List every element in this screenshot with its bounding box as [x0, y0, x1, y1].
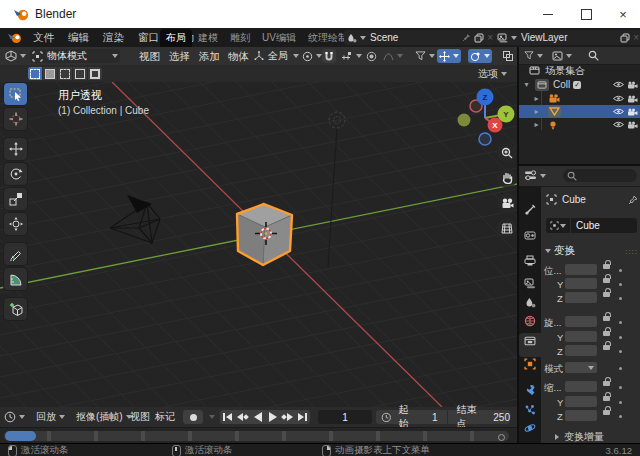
- tab-tool[interactable]: [522, 202, 538, 218]
- hide-eye-icon[interactable]: [613, 95, 624, 102]
- animate-dot[interactable]: [619, 283, 622, 286]
- pan-view-button[interactable]: [497, 168, 517, 188]
- outliner-search-button[interactable]: [588, 50, 599, 61]
- lock-icon[interactable]: [603, 316, 610, 321]
- auto-keying-button[interactable]: [183, 410, 203, 424]
- lock-icon[interactable]: [603, 381, 610, 386]
- play-reverse-button[interactable]: [250, 410, 265, 424]
- rotation-x-field[interactable]: [565, 316, 597, 327]
- timeline-strip[interactable]: [0, 427, 517, 444]
- lock-icon[interactable]: [603, 331, 610, 336]
- tab-world[interactable]: [522, 313, 538, 329]
- maximize-button[interactable]: [567, 0, 606, 28]
- tool-measure[interactable]: [4, 268, 27, 290]
- collapse-icon[interactable]: ▾: [522, 80, 531, 89]
- expand-icon[interactable]: ▸: [532, 120, 541, 129]
- animate-dot[interactable]: [619, 350, 622, 353]
- transform-panel-header[interactable]: 变换 ::::: [545, 244, 638, 258]
- playhead[interactable]: [5, 431, 36, 441]
- current-frame-field[interactable]: 1: [318, 410, 372, 424]
- tool-scale[interactable]: [4, 188, 27, 210]
- menu-render[interactable]: 渲染: [96, 28, 131, 47]
- transform-orientation-selector[interactable]: 全局: [252, 49, 301, 63]
- select-mode-extend-button[interactable]: [43, 67, 57, 80]
- tool-select-box[interactable]: [4, 83, 27, 105]
- outliner-display-mode-button[interactable]: [552, 51, 572, 61]
- snap-settings-button[interactable]: [339, 49, 364, 63]
- pin-icon[interactable]: [462, 33, 471, 42]
- render-visibility-icon[interactable]: [627, 81, 638, 89]
- timeline-menu-keying[interactable]: 抠像(插帧): [76, 407, 132, 427]
- lock-icon[interactable]: [603, 264, 610, 269]
- animate-dot[interactable]: [619, 401, 622, 404]
- menu-object[interactable]: 物体: [228, 47, 249, 65]
- animate-dot[interactable]: [619, 415, 622, 418]
- expand-icon[interactable]: ▸: [532, 94, 541, 103]
- gizmo-axis-neg-z[interactable]: [479, 133, 491, 145]
- close-button[interactable]: ×: [606, 0, 640, 28]
- select-mode-new-button[interactable]: [28, 67, 42, 80]
- jump-to-end-button[interactable]: [295, 410, 310, 424]
- tab-collection[interactable]: [522, 333, 538, 349]
- collection-checkbox[interactable]: ✓: [573, 81, 581, 89]
- visibility-filter-button[interactable]: [413, 49, 437, 63]
- location-x-field[interactable]: [565, 264, 597, 275]
- menu-add[interactable]: 添加: [199, 47, 220, 65]
- hide-eye-icon[interactable]: [613, 108, 624, 115]
- scale-y-field[interactable]: [565, 396, 597, 407]
- gizmo-axis-neg-y[interactable]: [458, 114, 471, 127]
- animate-dot[interactable]: [619, 297, 622, 300]
- snap-toggle-button[interactable]: [322, 49, 336, 63]
- outliner-row-light[interactable]: ▸: [519, 118, 640, 131]
- viewport-canvas[interactable]: 用户透视 (1) Collection | Cube: [0, 82, 517, 407]
- prev-keyframe-button[interactable]: [235, 410, 250, 424]
- hide-eye-icon[interactable]: [613, 121, 624, 128]
- toggle-ortho-button[interactable]: [497, 218, 517, 238]
- animate-dot[interactable]: [619, 367, 622, 370]
- minimize-button[interactable]: [528, 0, 567, 28]
- rotation-y-field[interactable]: [565, 331, 597, 342]
- pivot-point-button[interactable]: [300, 49, 324, 63]
- animate-dot[interactable]: [619, 386, 622, 389]
- blender-menu-logo-icon[interactable]: [7, 31, 22, 44]
- rotation-z-field[interactable]: [565, 345, 597, 356]
- show-overlays-toggle[interactable]: [468, 49, 492, 63]
- render-visibility-icon[interactable]: [627, 95, 638, 103]
- menu-file[interactable]: 文件: [26, 28, 61, 47]
- remove-view-layer-icon[interactable]: ×: [633, 32, 639, 43]
- menu-view[interactable]: 视图: [139, 47, 160, 65]
- animate-dot[interactable]: [619, 321, 622, 324]
- scale-x-field[interactable]: [565, 381, 597, 392]
- preview-range-clock-icon[interactable]: [381, 412, 392, 423]
- editor-type-button[interactable]: [3, 49, 28, 63]
- tab-scene[interactable]: [522, 294, 538, 310]
- menu-edit[interactable]: 编辑: [61, 28, 96, 47]
- lock-icon[interactable]: [603, 345, 610, 350]
- cube-object[interactable]: [237, 204, 292, 265]
- jump-to-start-button[interactable]: [220, 410, 235, 424]
- new-scene-icon[interactable]: [474, 33, 484, 43]
- select-mode-invert-button[interactable]: [73, 67, 87, 80]
- proportional-falloff-button[interactable]: [381, 49, 405, 63]
- tab-layout[interactable]: 布局: [160, 29, 192, 47]
- outliner-row-camera[interactable]: ▸: [519, 92, 640, 105]
- camera-object[interactable]: [110, 195, 160, 243]
- end-value[interactable]: 250: [493, 412, 510, 423]
- show-gizmo-toggle[interactable]: [437, 49, 461, 63]
- tab-output[interactable]: [522, 252, 538, 268]
- navigation-gizmo[interactable]: Z Y X: [452, 84, 516, 146]
- timeline-menu-markers[interactable]: 标记: [155, 407, 175, 427]
- render-visibility-icon[interactable]: [627, 108, 638, 116]
- tab-object[interactable]: [522, 356, 538, 372]
- tab-modeling[interactable]: 建模: [192, 29, 224, 47]
- tab-uv-editing[interactable]: UV编辑: [256, 29, 302, 47]
- properties-search-field[interactable]: [563, 169, 637, 182]
- hide-eye-icon[interactable]: [613, 81, 624, 88]
- tool-transform[interactable]: [4, 213, 27, 235]
- lock-icon[interactable]: [603, 410, 610, 415]
- start-value[interactable]: 1: [432, 412, 438, 423]
- unlink-scene-icon[interactable]: ×: [487, 32, 493, 43]
- outliner-row-scene-collection[interactable]: 场景集合: [519, 64, 640, 77]
- scene-selector[interactable]: Scene ×: [344, 30, 496, 45]
- tab-particles[interactable]: [522, 402, 538, 418]
